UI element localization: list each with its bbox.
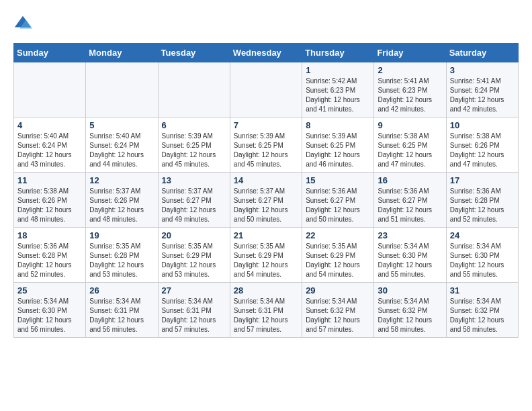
day-info: Sunrise: 5:34 AM Sunset: 6:32 PM Dayligh… (378, 297, 442, 334)
day-info: Sunrise: 5:34 AM Sunset: 6:31 PM Dayligh… (162, 297, 226, 334)
day-cell: 14Sunrise: 5:37 AM Sunset: 6:27 PM Dayli… (230, 173, 302, 228)
week-row-3: 11Sunrise: 5:38 AM Sunset: 6:26 PM Dayli… (14, 173, 519, 228)
day-number: 16 (378, 175, 442, 185)
day-info: Sunrise: 5:34 AM Sunset: 6:30 PM Dayligh… (17, 297, 82, 334)
day-info: Sunrise: 5:34 AM Sunset: 6:31 PM Dayligh… (89, 297, 154, 334)
day-info: Sunrise: 5:39 AM Sunset: 6:25 PM Dayligh… (234, 132, 298, 169)
day-cell: 19Sunrise: 5:35 AM Sunset: 6:28 PM Dayli… (86, 228, 158, 283)
day-number: 9 (378, 120, 442, 130)
logo-icon (13, 13, 32, 32)
day-number: 13 (162, 175, 226, 185)
day-number: 10 (450, 120, 515, 130)
day-info: Sunrise: 5:41 AM Sunset: 6:24 PM Dayligh… (450, 77, 515, 114)
day-cell: 31Sunrise: 5:34 AM Sunset: 6:32 PM Dayli… (446, 283, 518, 338)
day-info: Sunrise: 5:41 AM Sunset: 6:23 PM Dayligh… (378, 77, 442, 114)
day-info: Sunrise: 5:39 AM Sunset: 6:25 PM Dayligh… (162, 132, 226, 169)
day-cell: 6Sunrise: 5:39 AM Sunset: 6:25 PM Daylig… (158, 118, 230, 173)
col-header-friday: Friday (374, 44, 446, 62)
day-info: Sunrise: 5:34 AM Sunset: 6:31 PM Dayligh… (234, 297, 298, 334)
day-cell: 16Sunrise: 5:36 AM Sunset: 6:27 PM Dayli… (374, 173, 446, 228)
day-info: Sunrise: 5:34 AM Sunset: 6:32 PM Dayligh… (306, 297, 370, 334)
day-number: 20 (162, 230, 226, 240)
day-info: Sunrise: 5:36 AM Sunset: 6:27 PM Dayligh… (306, 187, 370, 224)
calendar-body: 1Sunrise: 5:42 AM Sunset: 6:23 PM Daylig… (14, 62, 519, 338)
day-info: Sunrise: 5:36 AM Sunset: 6:27 PM Dayligh… (378, 187, 442, 224)
day-cell: 27Sunrise: 5:34 AM Sunset: 6:31 PM Dayli… (158, 283, 230, 338)
day-cell: 2Sunrise: 5:41 AM Sunset: 6:23 PM Daylig… (374, 62, 446, 118)
day-number: 8 (306, 120, 370, 130)
day-number: 29 (306, 285, 370, 295)
day-number: 15 (306, 175, 370, 185)
day-cell: 21Sunrise: 5:35 AM Sunset: 6:29 PM Dayli… (230, 228, 302, 283)
day-number: 1 (306, 65, 370, 75)
day-number: 21 (234, 230, 298, 240)
col-header-monday: Monday (86, 44, 158, 62)
day-number: 17 (450, 175, 515, 185)
day-cell (230, 62, 302, 118)
day-number: 22 (306, 230, 370, 240)
col-header-sunday: Sunday (14, 44, 86, 62)
week-row-2: 4Sunrise: 5:40 AM Sunset: 6:24 PM Daylig… (14, 118, 519, 173)
day-cell: 18Sunrise: 5:36 AM Sunset: 6:28 PM Dayli… (14, 228, 86, 283)
day-cell (86, 62, 158, 118)
day-number: 5 (89, 120, 154, 130)
week-row-5: 25Sunrise: 5:34 AM Sunset: 6:30 PM Dayli… (14, 283, 519, 338)
day-cell: 25Sunrise: 5:34 AM Sunset: 6:30 PM Dayli… (14, 283, 86, 338)
day-number: 7 (234, 120, 298, 130)
calendar-header-row: SundayMondayTuesdayWednesdayThursdayFrid… (14, 44, 519, 62)
day-cell: 23Sunrise: 5:34 AM Sunset: 6:30 PM Dayli… (374, 228, 446, 283)
day-cell: 9Sunrise: 5:38 AM Sunset: 6:25 PM Daylig… (374, 118, 446, 173)
week-row-1: 1Sunrise: 5:42 AM Sunset: 6:23 PM Daylig… (14, 62, 519, 118)
day-info: Sunrise: 5:36 AM Sunset: 6:28 PM Dayligh… (450, 187, 515, 224)
day-cell: 30Sunrise: 5:34 AM Sunset: 6:32 PM Dayli… (374, 283, 446, 338)
day-cell: 4Sunrise: 5:40 AM Sunset: 6:24 PM Daylig… (14, 118, 86, 173)
day-cell: 15Sunrise: 5:36 AM Sunset: 6:27 PM Dayli… (302, 173, 374, 228)
day-number: 25 (17, 285, 82, 295)
day-cell: 3Sunrise: 5:41 AM Sunset: 6:24 PM Daylig… (446, 62, 518, 118)
day-cell: 20Sunrise: 5:35 AM Sunset: 6:29 PM Dayli… (158, 228, 230, 283)
day-info: Sunrise: 5:34 AM Sunset: 6:30 PM Dayligh… (450, 242, 515, 279)
day-info: Sunrise: 5:42 AM Sunset: 6:23 PM Dayligh… (306, 77, 370, 114)
day-number: 4 (17, 120, 82, 130)
day-cell (158, 62, 230, 118)
col-header-saturday: Saturday (446, 44, 518, 62)
day-number: 19 (89, 230, 154, 240)
day-cell: 29Sunrise: 5:34 AM Sunset: 6:32 PM Dayli… (302, 283, 374, 338)
day-cell: 8Sunrise: 5:39 AM Sunset: 6:25 PM Daylig… (302, 118, 374, 173)
day-cell: 1Sunrise: 5:42 AM Sunset: 6:23 PM Daylig… (302, 62, 374, 118)
day-info: Sunrise: 5:34 AM Sunset: 6:30 PM Dayligh… (378, 242, 442, 279)
day-info: Sunrise: 5:38 AM Sunset: 6:25 PM Dayligh… (378, 132, 442, 169)
day-info: Sunrise: 5:35 AM Sunset: 6:29 PM Dayligh… (306, 242, 370, 279)
day-cell: 26Sunrise: 5:34 AM Sunset: 6:31 PM Dayli… (86, 283, 158, 338)
day-cell: 22Sunrise: 5:35 AM Sunset: 6:29 PM Dayli… (302, 228, 374, 283)
day-number: 26 (89, 285, 154, 295)
day-info: Sunrise: 5:39 AM Sunset: 6:25 PM Dayligh… (306, 132, 370, 169)
day-cell: 5Sunrise: 5:40 AM Sunset: 6:24 PM Daylig… (86, 118, 158, 173)
day-number: 30 (378, 285, 442, 295)
day-number: 6 (162, 120, 226, 130)
logo (13, 13, 34, 32)
day-info: Sunrise: 5:35 AM Sunset: 6:29 PM Dayligh… (234, 242, 298, 279)
day-info: Sunrise: 5:35 AM Sunset: 6:29 PM Dayligh… (162, 242, 226, 279)
day-info: Sunrise: 5:37 AM Sunset: 6:27 PM Dayligh… (234, 187, 298, 224)
day-info: Sunrise: 5:37 AM Sunset: 6:27 PM Dayligh… (162, 187, 226, 224)
day-number: 31 (450, 285, 515, 295)
col-header-tuesday: Tuesday (158, 44, 230, 62)
page-header (13, 13, 519, 32)
day-number: 28 (234, 285, 298, 295)
day-cell: 12Sunrise: 5:37 AM Sunset: 6:26 PM Dayli… (86, 173, 158, 228)
day-cell: 17Sunrise: 5:36 AM Sunset: 6:28 PM Dayli… (446, 173, 518, 228)
day-info: Sunrise: 5:38 AM Sunset: 6:26 PM Dayligh… (450, 132, 515, 169)
day-cell: 24Sunrise: 5:34 AM Sunset: 6:30 PM Dayli… (446, 228, 518, 283)
day-cell: 28Sunrise: 5:34 AM Sunset: 6:31 PM Dayli… (230, 283, 302, 338)
calendar-table: SundayMondayTuesdayWednesdayThursdayFrid… (13, 43, 519, 338)
day-info: Sunrise: 5:40 AM Sunset: 6:24 PM Dayligh… (17, 132, 82, 169)
day-number: 12 (89, 175, 154, 185)
col-header-thursday: Thursday (302, 44, 374, 62)
day-info: Sunrise: 5:37 AM Sunset: 6:26 PM Dayligh… (89, 187, 154, 224)
day-cell (14, 62, 86, 118)
day-number: 14 (234, 175, 298, 185)
day-cell: 11Sunrise: 5:38 AM Sunset: 6:26 PM Dayli… (14, 173, 86, 228)
col-header-wednesday: Wednesday (230, 44, 302, 62)
day-number: 2 (378, 65, 442, 75)
